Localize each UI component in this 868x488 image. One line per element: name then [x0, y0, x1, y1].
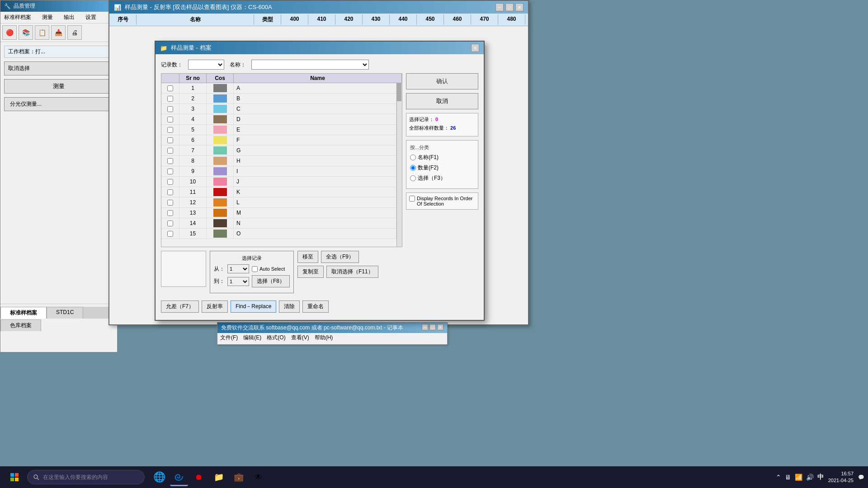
clear-button[interactable]: 清除 — [279, 300, 300, 313]
close-button[interactable]: ✕ — [515, 3, 524, 11]
cancel-button[interactable]: 取消 — [406, 93, 478, 109]
toolbar-btn-4[interactable]: 📥 — [51, 25, 66, 40]
row-checkbox-cell — [161, 114, 179, 124]
radio-select-input[interactable] — [410, 175, 416, 181]
row-checkbox[interactable] — [167, 85, 173, 91]
taskbar-app-record[interactable]: ⏺ — [190, 468, 208, 486]
menu-output[interactable]: 输出 — [62, 13, 76, 22]
display-order-checkbox[interactable] — [409, 196, 415, 202]
record-count-select[interactable] — [188, 60, 224, 70]
row-checkbox[interactable] — [167, 137, 173, 143]
row-checkbox-cell — [161, 135, 179, 145]
toolbar-btn-3[interactable]: 📋 — [35, 25, 49, 40]
taskbar-clock[interactable]: 16:57 2021-04-25 — [828, 470, 854, 484]
row-checkbox[interactable] — [167, 179, 173, 185]
menu-standards[interactable]: 标准样档案 — [2, 13, 33, 22]
rename-button[interactable]: 重命名 — [302, 300, 329, 313]
row-checkbox[interactable] — [167, 106, 173, 112]
measure-button[interactable]: 测量 — [4, 79, 113, 94]
tolerance-button[interactable]: 允差（F7） — [161, 300, 199, 313]
minimize-button[interactable]: ─ — [495, 3, 504, 11]
radio-name-input[interactable] — [410, 155, 416, 160]
notepad-menu-view[interactable]: 查看(V) — [291, 334, 309, 342]
bottom-btn-row2: 复制至 取消选择（F11） — [297, 266, 478, 278]
name-select[interactable] — [251, 60, 369, 70]
row-checkbox-cell — [161, 218, 179, 228]
select-all-button[interactable]: 全选（F9） — [321, 251, 359, 263]
row-checkbox[interactable] — [167, 200, 173, 206]
row-color-swatch — [207, 135, 234, 145]
toolbar-btn-1[interactable]: 🔴 — [2, 25, 17, 40]
to-select[interactable]: 1 — [227, 277, 249, 286]
row-checkbox[interactable] — [167, 148, 173, 154]
table-row[interactable]: 6F — [161, 135, 396, 145]
col-header-seqno: 序号 — [109, 14, 137, 25]
row-checkbox[interactable] — [167, 127, 173, 133]
row-checkbox[interactable] — [167, 117, 173, 122]
row-checkbox[interactable] — [167, 158, 173, 164]
notepad-close[interactable]: ✕ — [437, 324, 443, 330]
select-f8-button[interactable]: 选择（F8） — [252, 275, 290, 287]
menu-measure[interactable]: 测量 — [40, 13, 55, 22]
archive-close-button[interactable]: ✕ — [471, 44, 479, 52]
toolbar-btn-5[interactable]: 🖨 — [67, 25, 82, 40]
table-row[interactable]: 7G — [161, 145, 396, 156]
table-row[interactable]: 12L — [161, 197, 396, 208]
find-replace-button[interactable]: Find－Replace — [231, 300, 276, 313]
row-checkbox[interactable] — [167, 189, 173, 195]
confirm-button[interactable]: 确认 — [406, 73, 478, 89]
row-checkbox[interactable] — [167, 210, 173, 216]
reflectance-button[interactable]: 反射率 — [202, 300, 228, 313]
tab-std1c[interactable]: STD1C — [47, 307, 83, 319]
table-row[interactable]: 14N — [161, 218, 396, 229]
toolbar-btn-2[interactable]: 📚 — [19, 25, 33, 40]
taskbar-search-box[interactable]: 在这里输入你要搜索的内容 — [27, 470, 145, 484]
menu-settings[interactable]: 设置 — [84, 13, 98, 22]
radio-quantity-input[interactable] — [410, 165, 416, 171]
notepad-menu-format[interactable]: 格式(O) — [267, 334, 285, 342]
notification-icon[interactable]: 💬 — [858, 474, 864, 480]
tab-standards[interactable]: 标准样档案 — [0, 307, 47, 319]
move-to-button[interactable]: 移至 — [297, 251, 318, 263]
notepad-titlebar: 免费软件交流联系 softbase@qq.com 或者 pc-software@… — [217, 323, 447, 333]
row-checkbox[interactable] — [167, 221, 173, 226]
table-scrollbar[interactable] — [396, 83, 402, 247]
col-header-type: 类型 — [254, 14, 281, 25]
row-checkbox[interactable] — [167, 231, 173, 237]
auto-select-checkbox[interactable] — [252, 266, 258, 272]
spectrometer-button[interactable]: 分光仪测量... — [4, 97, 113, 111]
cancel-select-button[interactable]: 取消选择 — [4, 61, 113, 75]
maximize-button[interactable]: □ — [505, 3, 514, 11]
table-row[interactable]: 2B — [161, 94, 396, 104]
taskbar-app-folder[interactable]: 📁 — [210, 468, 228, 486]
notepad-maximize[interactable]: □ — [429, 324, 436, 330]
notepad-window: 免费软件交流联系 softbase@qq.com 或者 pc-software@… — [217, 322, 448, 345]
notepad-menu-help[interactable]: 帮助(H) — [315, 334, 333, 342]
start-button[interactable] — [4, 468, 25, 486]
taskbar-app-app1[interactable]: 💼 — [230, 468, 248, 486]
table-row[interactable]: 9I — [161, 166, 396, 177]
table-row[interactable]: 8H — [161, 156, 396, 166]
notepad-menu-edit[interactable]: 编辑(E) — [243, 334, 261, 342]
table-row[interactable]: 5E — [161, 125, 396, 135]
table-row[interactable]: 11K — [161, 187, 396, 197]
table-row[interactable]: 4D — [161, 114, 396, 125]
scrollbar-thumb[interactable] — [397, 83, 401, 101]
notepad-minimize[interactable]: ─ — [422, 324, 428, 330]
taskbar-app-ie[interactable]: 🌐 — [150, 468, 168, 486]
caret-up-icon[interactable]: ⌃ — [776, 474, 781, 481]
table-row[interactable]: 13M — [161, 208, 396, 218]
table-row[interactable]: 10J — [161, 177, 396, 187]
table-row[interactable]: 1A — [161, 83, 396, 94]
cancel-select-all-button[interactable]: 取消选择（F11） — [326, 266, 378, 278]
notepad-menu-file[interactable]: 文件(F) — [220, 334, 238, 342]
table-row[interactable]: 15O — [161, 229, 396, 239]
copy-to-button[interactable]: 复制至 — [297, 266, 324, 278]
table-row[interactable]: 3C — [161, 104, 396, 114]
taskbar-app-eye[interactable]: 👁 — [250, 468, 268, 486]
taskbar-app-edge[interactable] — [170, 468, 188, 486]
tab-color-archive[interactable]: 色库档案 — [0, 319, 41, 331]
row-checkbox[interactable] — [167, 96, 173, 102]
from-select[interactable]: 1 — [227, 264, 249, 273]
row-checkbox[interactable] — [167, 169, 173, 174]
